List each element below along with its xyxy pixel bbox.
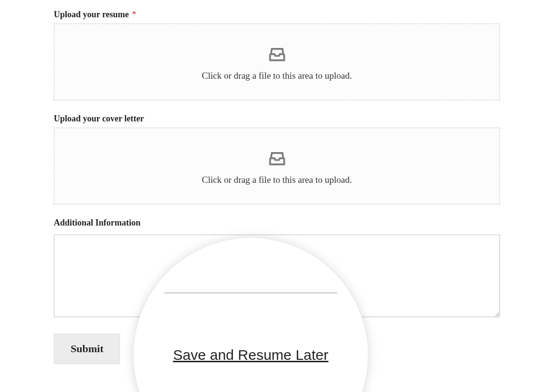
- resume-dropzone[interactable]: Click or drag a file to this area to upl…: [54, 24, 500, 100]
- cover-letter-upload-label: Upload your cover letter: [54, 114, 500, 124]
- save-and-resume-later-link[interactable]: Save and Resume Later: [173, 347, 329, 363]
- resume-dropzone-text: Click or drag a file to this area to upl…: [202, 71, 352, 81]
- inbox-icon: [267, 43, 288, 64]
- cover-letter-dropzone-text: Click or drag a file to this area to upl…: [202, 175, 352, 185]
- additional-info-label: Additional Information: [54, 218, 500, 228]
- cover-letter-dropzone[interactable]: Click or drag a file to this area to upl…: [54, 128, 500, 204]
- submit-button[interactable]: Submit: [54, 333, 120, 364]
- magnifier-divider: [164, 293, 337, 293]
- resume-upload-label: Upload your resume *: [54, 10, 500, 20]
- required-asterisk: *: [132, 10, 136, 19]
- inbox-icon: [267, 147, 288, 168]
- resume-label-text: Upload your resume: [54, 10, 129, 19]
